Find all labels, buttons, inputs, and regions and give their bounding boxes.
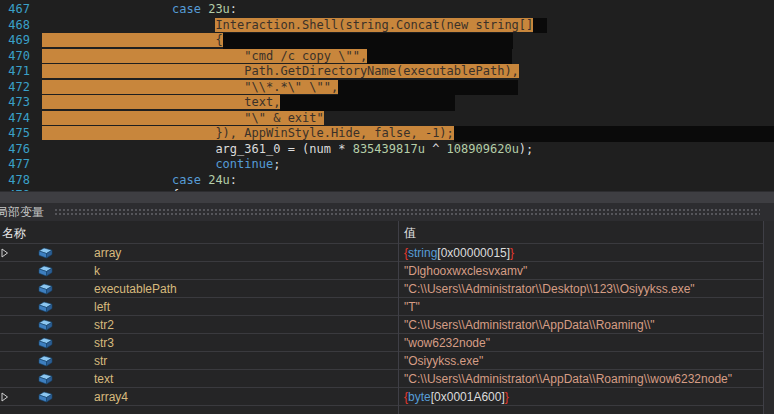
debugger-window: 467 case 23u:468 Interaction.Shell(strin… (0, 0, 774, 414)
table-row[interactable]: left"T" (0, 298, 774, 316)
code-line[interactable]: 468 Interaction.Shell(string.Concat(new … (0, 18, 774, 34)
code-line[interactable]: 475 }), AppWinStyle.Hide, false, -1); (0, 126, 774, 142)
value-token: } (510, 246, 514, 260)
code-line-text: Interaction.Shell(string.Concat(new stri… (42, 18, 774, 34)
code-line-text: continue; (42, 157, 774, 173)
line-number[interactable]: 471 (0, 64, 42, 80)
value-token: [0x0001A600] (431, 390, 505, 404)
code-line-text: Path.GetDirectoryName(executablePath), (42, 64, 774, 80)
code-line-text: }), AppWinStyle.Hide, false, -1); (42, 126, 774, 142)
selection-tail (280, 95, 455, 111)
line-number[interactable]: 475 (0, 126, 42, 142)
locals-column-headers: 名称 值 (0, 221, 774, 244)
line-number[interactable]: 467 (0, 2, 42, 18)
code-line[interactable]: 473 text, (0, 95, 774, 111)
line-number[interactable]: 477 (0, 157, 42, 173)
local-variable-icon (37, 265, 54, 277)
line-number[interactable]: 470 (0, 49, 42, 65)
code-line[interactable]: 470 "cmd /c copy \"", (0, 49, 774, 65)
code-line[interactable]: 472 "\\*.*\" \"", (0, 80, 774, 96)
selection-highlight: "\\*.*\" \"", (42, 80, 338, 94)
value-token: [0x00000015] (437, 246, 510, 260)
code-token: 23u (208, 2, 230, 16)
line-number[interactable]: 473 (0, 95, 42, 111)
code-line[interactable]: 477 continue; (0, 157, 774, 173)
code-line-text: "\" & exit" (42, 111, 774, 127)
chevron-right-icon[interactable] (1, 392, 9, 402)
table-row[interactable]: k"Dlghooxwxclesvxamv" (0, 262, 774, 280)
code-line[interactable]: 469 { (0, 33, 774, 49)
local-variable-icon (37, 337, 54, 349)
code-line-text: "\\*.*\" \"", (42, 80, 774, 96)
selection-tail (454, 126, 774, 142)
value-token: string (408, 246, 437, 260)
variable-name: k (94, 264, 100, 278)
variable-value: "Osiyykss.exe" (404, 354, 483, 368)
selection-tail (223, 33, 513, 49)
local-variable-icon (37, 247, 54, 259)
code-token: ); (519, 142, 533, 156)
selection-highlight: "cmd /c copy \"", (42, 49, 367, 63)
selection-highlight: "\" & exit" (42, 111, 324, 125)
code-line[interactable]: 476 arg_361_0 = (num * 835439817u ^ 1089… (0, 142, 774, 158)
locals-panel-title: 局部变量 (0, 204, 44, 221)
value-column-header[interactable]: 值 (404, 225, 416, 242)
value-token: } (505, 390, 509, 404)
column-divider[interactable] (398, 221, 399, 414)
code-token: : (230, 2, 237, 16)
selection-tail (533, 18, 547, 34)
variable-name: str3 (94, 336, 114, 350)
table-row[interactable]: executablePath"C:\\Users\\Administrator\… (0, 280, 774, 298)
table-row[interactable]: text"C:\\Users\\Administrator\\AppData\\… (0, 370, 774, 388)
code-line-text: case 23u: (42, 2, 774, 18)
variable-value: {byte[0x0001A600]} (404, 390, 509, 404)
code-token: ^ (425, 142, 447, 156)
table-row[interactable]: array{string[0x00000015]} (0, 244, 774, 262)
variable-name: text (94, 372, 113, 386)
name-column-header[interactable]: 名称 (2, 225, 26, 242)
line-number[interactable]: 478 (0, 173, 42, 189)
selection-tail (338, 80, 518, 96)
local-variable-icon (37, 355, 54, 367)
table-row[interactable]: str3"wow6232node" (0, 334, 774, 352)
variable-value: "Dlghooxwxclesvxamv" (404, 264, 527, 278)
code-line[interactable]: 471 Path.GetDirectoryName(executablePath… (0, 64, 774, 80)
value-token: "C:\\Users\\Administrator\\AppData\\Roam… (404, 318, 655, 332)
variable-name: str (94, 354, 107, 368)
variable-value: {string[0x00000015]} (404, 246, 514, 260)
code-editor[interactable]: 467 case 23u:468 Interaction.Shell(strin… (0, 0, 774, 191)
variable-value: "C:\\Users\\Administrator\\AppData\\Roam… (404, 372, 732, 386)
line-number[interactable]: 469 (0, 33, 42, 49)
variable-value: "C:\\Users\\Administrator\\Desktop\\123\… (404, 282, 695, 296)
local-variable-icon (37, 319, 54, 331)
local-variable-icon (37, 391, 54, 403)
variable-name: executablePath (94, 282, 177, 296)
local-variable-icon (37, 301, 54, 313)
chevron-right-icon[interactable] (1, 248, 9, 258)
locals-title-bar[interactable]: 局部变量 (0, 203, 774, 221)
table-row[interactable]: str2"C:\\Users\\Administrator\\AppData\\… (0, 316, 774, 334)
line-number[interactable]: 476 (0, 142, 42, 158)
selection-highlight: Path.GetDirectoryName(executablePath), (42, 64, 519, 78)
pane-splitter[interactable] (0, 191, 774, 203)
variable-name: array4 (94, 390, 128, 404)
value-token: "C:\\Users\\Administrator\\AppData\\Roam… (404, 372, 732, 386)
line-number[interactable]: 472 (0, 80, 42, 96)
vertical-scrollbar[interactable] (763, 221, 774, 414)
code-line[interactable]: 478 case 24u: (0, 173, 774, 189)
value-token: "C:\\Users\\Administrator\\Desktop\\123\… (404, 282, 695, 296)
code-line[interactable]: 474 "\" & exit" (0, 111, 774, 127)
variable-name: str2 (94, 318, 114, 332)
value-token: "Osiyykss.exe" (404, 354, 483, 368)
line-number[interactable]: 474 (0, 111, 42, 127)
code-lines-container: 467 case 23u:468 Interaction.Shell(strin… (0, 2, 774, 191)
code-line[interactable]: 467 case 23u: (0, 2, 774, 18)
line-number[interactable]: 468 (0, 18, 42, 34)
table-row[interactable]: str"Osiyykss.exe" (0, 352, 774, 370)
locals-panel: 局部变量 名称 值 array{string[0x00000015]}k"Dlg… (0, 203, 774, 414)
selection-tail (367, 49, 512, 65)
value-token: "Dlghooxwxclesvxamv" (404, 264, 527, 278)
code-token: : (230, 173, 237, 187)
table-row[interactable]: array4{byte[0x0001A600]} (0, 388, 774, 406)
code-token: case (172, 2, 208, 16)
